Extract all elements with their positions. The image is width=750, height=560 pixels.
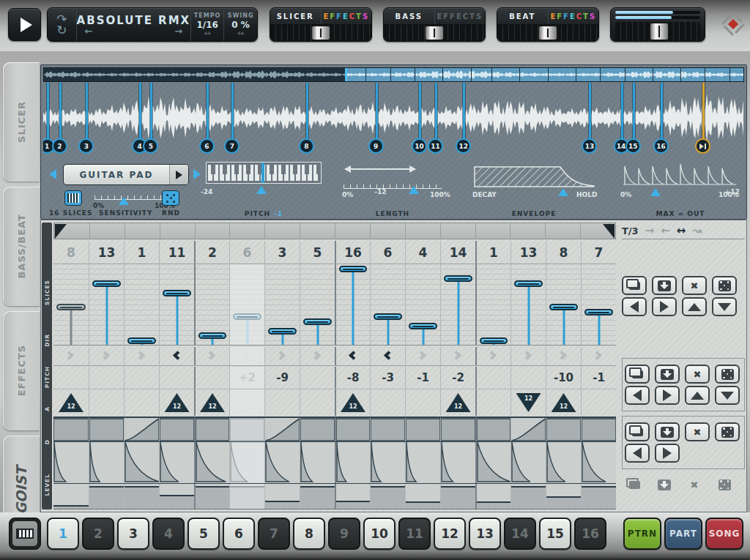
waveform-overview[interactable] [43, 67, 744, 82]
step-11-attack[interactable] [405, 418, 440, 441]
step-10-slice-slider[interactable] [370, 264, 405, 345]
slider-handle[interactable] [374, 313, 402, 320]
step-4-attack[interactable] [159, 418, 194, 441]
step-10-attack[interactable] [370, 418, 405, 441]
slice-marker-line[interactable] [463, 83, 465, 141]
slices-lane-tools-up-button[interactable] [682, 297, 707, 316]
step-1-pitch[interactable] [53, 367, 89, 389]
step-3-pitch[interactable] [124, 367, 159, 389]
slice-marker-line[interactable] [435, 83, 437, 141]
slider-handle[interactable] [127, 337, 156, 344]
step-2-decay[interactable] [89, 442, 124, 483]
pitch-lane-tools-down-button[interactable] [715, 386, 740, 405]
transpose-lane[interactable]: 12121212121212 [53, 389, 616, 416]
loop-bar-cell[interactable] [440, 223, 475, 239]
pattern-button-3[interactable]: 3 [117, 518, 149, 550]
step-12-decay[interactable] [440, 442, 475, 483]
step-9-pitch[interactable]: -8 [335, 367, 370, 389]
envelope-handle[interactable] [558, 188, 568, 196]
step-7-attack[interactable] [264, 418, 300, 441]
direction-lane[interactable] [53, 347, 616, 366]
level-bar[interactable] [53, 505, 89, 509]
slice-marker-line[interactable] [621, 83, 623, 141]
step-13-level[interactable] [475, 484, 510, 509]
transpose-up-triangle[interactable]: 12 [446, 393, 471, 412]
loop-icon[interactable]: ↻ [56, 26, 67, 35]
step-6-transpose[interactable] [229, 389, 264, 416]
step-8-slice-slider[interactable] [300, 264, 335, 345]
slider-handle[interactable] [303, 318, 332, 325]
end-marker-circle[interactable] [695, 138, 710, 154]
mode-button-part[interactable]: PART [664, 518, 702, 550]
step-2-pitch[interactable] [89, 367, 124, 389]
step-11-level[interactable] [405, 484, 440, 509]
envelope-lane-tools-copy-button[interactable] [625, 422, 650, 441]
step-12-direction[interactable] [440, 347, 475, 365]
step-4-transpose[interactable]: 12 [159, 389, 194, 416]
slice-marker-line[interactable] [661, 83, 663, 141]
step-15-attack[interactable] [546, 418, 581, 441]
slider-handle[interactable] [444, 275, 472, 282]
slice-marker-line[interactable] [231, 83, 234, 141]
pattern-button-14[interactable]: 14 [504, 518, 536, 550]
step-5-attack[interactable] [194, 418, 229, 441]
mix-tab-effects[interactable]: EFFECTS [435, 8, 486, 24]
loop-range-bar[interactable] [53, 223, 616, 239]
step-8-decay[interactable] [300, 442, 335, 483]
step-4-slice-number[interactable]: 11 [159, 241, 194, 264]
pattern-button-11[interactable]: 11 [398, 518, 431, 550]
level-lane-tools-delete-button[interactable]: ✖ [682, 475, 707, 494]
step-9-slice-number[interactable]: 16 [335, 241, 370, 264]
step-12-attack[interactable] [440, 418, 475, 441]
slider-handle[interactable] [233, 313, 261, 320]
slices-lane-tools-right-button[interactable] [652, 297, 677, 316]
slider-handle[interactable] [514, 280, 543, 287]
step-4-direction[interactable] [159, 347, 194, 365]
level-bar[interactable] [160, 495, 194, 509]
mix-slider-handle[interactable] [538, 26, 557, 40]
pattern-button-5[interactable]: 5 [188, 518, 220, 550]
envelope-lane-tools-dice-button[interactable] [715, 422, 740, 441]
step-3-level[interactable] [124, 484, 159, 509]
play-button[interactable] [8, 8, 41, 41]
waveform-display[interactable]: 12345678910111213141516 [43, 83, 744, 158]
step-16-direction[interactable] [581, 347, 616, 365]
step-15-slice-slider[interactable] [546, 264, 581, 345]
slice-marker-number[interactable]: 9 [368, 138, 384, 154]
step-8-attack[interactable] [300, 418, 335, 441]
step-5-transpose[interactable]: 12 [194, 389, 229, 416]
level-bar[interactable] [89, 486, 124, 509]
pattern-button-2[interactable]: 2 [82, 518, 114, 550]
step-16-slice-slider[interactable] [581, 264, 616, 345]
step-3-direction[interactable] [124, 347, 159, 365]
step-11-pitch[interactable]: -1 [405, 367, 440, 389]
step-5-slice-number[interactable]: 2 [194, 241, 229, 264]
sample-browse-button[interactable] [169, 165, 188, 184]
pattern-button-16[interactable]: 16 [574, 518, 606, 550]
pitch-lane-tools-copy-button[interactable] [625, 365, 650, 384]
mix-slider-handle[interactable] [311, 26, 330, 40]
envelope-lane-tools-delete-button[interactable]: ✖ [685, 422, 710, 441]
slice-marker-number[interactable]: 10 [412, 138, 427, 154]
slice-marker-line[interactable] [376, 83, 378, 141]
step-11-slice-number[interactable]: 4 [405, 241, 440, 264]
loop-bar-cell[interactable] [545, 223, 580, 239]
step-11-transpose[interactable] [405, 389, 440, 416]
step-1-slice-number[interactable]: 8 [53, 241, 89, 264]
step-1-level[interactable] [53, 484, 89, 509]
level-bar[interactable] [441, 486, 475, 509]
pitch-lane-tools-dice-button[interactable] [715, 365, 740, 384]
step-13-slice-slider[interactable] [475, 264, 510, 345]
shift-right-icon[interactable]: → [645, 224, 655, 237]
loop-bar-cell[interactable] [125, 223, 160, 239]
level-bar[interactable] [125, 486, 159, 509]
step-9-direction[interactable] [335, 347, 370, 365]
pitch-lane[interactable]: +2-9-8-3-1-2-10-1 [53, 367, 616, 389]
slider-handle[interactable] [480, 337, 508, 344]
slice-marker-line[interactable] [139, 83, 141, 141]
step-5-pitch[interactable] [194, 367, 229, 389]
pitch-lane-tools-left-button[interactable] [625, 386, 650, 405]
slice-marker-line[interactable] [589, 83, 591, 141]
step-16-decay[interactable] [581, 442, 616, 483]
play-random-icon[interactable]: ↝ [692, 224, 702, 237]
